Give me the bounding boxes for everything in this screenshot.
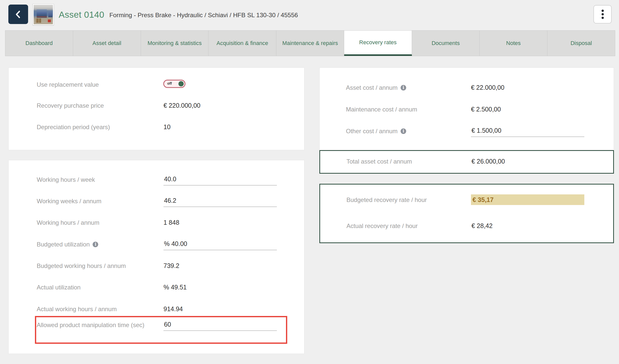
actual-working-hours-value: 914.94 <box>163 305 183 313</box>
total-asset-cost-value: € 26.000,00 <box>471 157 505 165</box>
info-icon[interactable]: i <box>401 128 406 134</box>
depreciation-period-value: 10 <box>163 123 171 131</box>
maintenance-cost-value: € 2.500,00 <box>471 105 501 113</box>
info-icon[interactable]: i <box>401 85 406 90</box>
asset-cost-value: € 22.000,00 <box>471 84 504 92</box>
total-asset-cost-label: Total asset cost / annum <box>346 157 412 166</box>
tab-label: Dashboard <box>26 40 53 47</box>
budgeted-recovery-rate-value: € 35,17 <box>471 194 584 205</box>
photo-red-cart-shape <box>48 19 51 22</box>
recovery-purchase-price-label: Recovery purchase price <box>37 101 104 110</box>
allowed-manipulation-time-label: Allowed product manipulation time (sec) <box>37 320 145 330</box>
use-replacement-value-toggle[interactable]: off <box>163 80 185 88</box>
actual-utilization-label: Actual utilization <box>37 283 80 292</box>
photo-pallets-shape <box>36 18 42 23</box>
tab-label: Notes <box>506 40 521 47</box>
more-options-button[interactable] <box>593 5 612 24</box>
tab-documents[interactable]: Documents <box>412 31 480 56</box>
tab-monitoring-statistics[interactable]: Monitoring & statistics <box>141 31 209 56</box>
tab-label: Recovery rates <box>359 39 397 46</box>
tab-label: Documents <box>431 40 460 47</box>
asset-photo <box>34 5 53 24</box>
budgeted-working-hours-value: 739.2 <box>163 262 179 270</box>
actual-utilization-value: % 49.51 <box>163 283 187 291</box>
actual-recovery-rate-label: Actual recovery rate / hour <box>346 221 418 231</box>
cost-panel: Asset cost / annumi € 22.000,00 Maintena… <box>319 67 614 150</box>
header-title-block: Asset 0140 Forming - Press Brake - Hydra… <box>59 0 298 29</box>
tab-label: Monitoring & statistics <box>148 40 202 47</box>
use-replacement-value-label: Use replacement value <box>37 80 99 89</box>
working-hours-panel: Working hours / week Working weeks / ann… <box>8 160 304 354</box>
working-hours-week-input[interactable] <box>163 175 277 186</box>
tab-label: Acquisition & finance <box>217 40 268 47</box>
maintenance-cost-label: Maintenance cost / annum <box>346 105 417 114</box>
asset-cost-label: Asset cost / annumi <box>346 83 406 92</box>
working-hours-annum-value: 1 848 <box>163 219 179 226</box>
chevron-left-icon <box>14 9 23 20</box>
toggle-state-label: off <box>167 81 172 85</box>
working-weeks-annum-label: Working weeks / annum <box>37 196 101 206</box>
tab-label: Maintenance & repairs <box>282 40 338 47</box>
page-title: Asset 0140 <box>59 10 104 20</box>
budgeted-utilization-label-text: Budgeted utilization <box>37 241 90 248</box>
working-hours-annum-label: Working hours / annum <box>37 218 99 227</box>
asset-cost-label-text: Asset cost / annum <box>346 84 398 91</box>
photo-machine-shape-2 <box>48 11 53 17</box>
actual-recovery-rate-value: € 28,42 <box>471 222 492 230</box>
asset-recovery-rates-page: Asset 0140 Forming - Press Brake - Hydra… <box>0 0 619 364</box>
budgeted-recovery-rate-label: Budgeted recovery rate / hour <box>346 195 427 204</box>
depreciation-period-label: Depreciation period (years) <box>37 122 110 132</box>
recovery-rates-box: Budgeted recovery rate / hour € 35,17 Ac… <box>319 184 614 243</box>
tab-notes[interactable]: Notes <box>480 31 547 56</box>
tab-recovery-rates[interactable]: Recovery rates <box>344 31 412 56</box>
toggle-knob <box>178 81 184 86</box>
recovery-purchase-price-value: € 220.000,00 <box>163 102 200 109</box>
tab-label: Disposal <box>570 40 592 47</box>
budgeted-utilization-label: Budgeted utilizationi <box>37 240 98 249</box>
budgeted-utilization-input[interactable] <box>163 240 277 250</box>
working-weeks-annum-input[interactable] <box>163 197 277 207</box>
replacement-value-panel: Use replacement value off Recovery purch… <box>8 67 304 150</box>
actual-working-hours-label: Actual working hours / annum <box>37 304 117 314</box>
other-cost-label-text: Other cost / annum <box>346 128 398 134</box>
allowed-manipulation-time-input[interactable] <box>163 321 277 331</box>
tab-label: Asset detail <box>92 40 121 47</box>
tab-disposal[interactable]: Disposal <box>547 31 615 56</box>
other-cost-input[interactable] <box>471 127 584 137</box>
tab-bar: Dashboard Asset detail Monitoring & stat… <box>5 30 615 56</box>
photo-machine-shape <box>37 9 47 17</box>
page-subtitle: Forming - Press Brake - Hydraulic / Schi… <box>109 11 298 19</box>
tab-acquisition-finance[interactable]: Acquisition & finance <box>209 31 276 56</box>
info-icon[interactable]: i <box>93 242 98 247</box>
total-asset-cost-box: Total asset cost / annum € 26.000,00 <box>319 150 614 174</box>
back-button[interactable] <box>8 5 28 24</box>
budgeted-working-hours-label: Budgeted working hours / annum <box>37 261 126 270</box>
asset-photo-thumbnail[interactable] <box>33 4 54 25</box>
tab-maintenance-repairs[interactable]: Maintenance & repairs <box>276 31 344 56</box>
tab-asset-detail[interactable]: Asset detail <box>73 31 141 56</box>
tab-dashboard[interactable]: Dashboard <box>5 31 73 56</box>
kebab-menu-icon <box>602 10 604 19</box>
other-cost-label: Other cost / annumi <box>346 126 406 136</box>
working-hours-week-label: Working hours / week <box>37 175 95 184</box>
